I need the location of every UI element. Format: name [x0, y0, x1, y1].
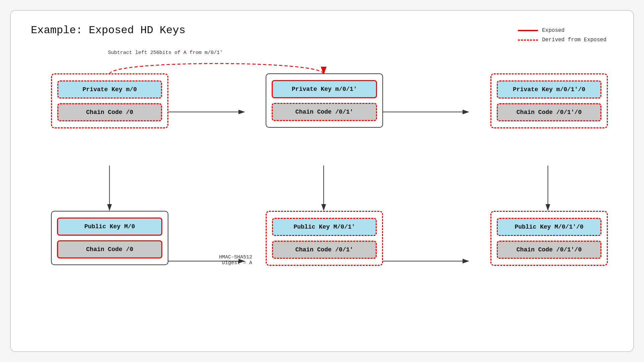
chain-code-m0: Chain Code /0 [57, 103, 162, 121]
node-M01h0: Public Key M/0/1'/0 Chain Code /0/1'/0 [490, 211, 608, 266]
private-key-m01h: Private Key m/0/1' [272, 80, 377, 98]
legend-derived: Derived from Exposed [518, 37, 606, 43]
private-key-m01h0: Private Key m/0/1'/0 [497, 80, 601, 99]
public-key-M01h: Public Key M/0/1' [272, 218, 377, 236]
legend-exposed: Exposed [518, 27, 606, 34]
subtract-annotation: Subtract left 256bits of A from m/0/1' [108, 50, 223, 56]
private-key-m0: Private Key m/0 [57, 80, 162, 99]
main-container: Example: Exposed HD Keys Exposed Derived… [10, 10, 634, 352]
hmac-line2: Digest = A [178, 260, 252, 266]
legend: Exposed Derived from Exposed [518, 27, 606, 43]
hmac-label: HMAC-SHA512 Digest = A [178, 254, 252, 266]
chain-code-M01h0: Chain Code /0/1'/0 [497, 241, 601, 259]
chain-code-m01h0: Chain Code /0/1'/0 [497, 103, 601, 121]
node-M0: Public Key M/0 Chain Code /0 [51, 211, 168, 265]
hmac-line1: HMAC-SHA512 [178, 254, 252, 260]
node-m01h0: Private Key m/0/1'/0 Chain Code /0/1'/0 [490, 73, 608, 128]
exposed-label: Exposed [542, 27, 565, 34]
node-m0: Private Key m/0 Chain Code /0 [51, 73, 168, 128]
public-key-M0: Public Key M/0 [57, 218, 162, 236]
exposed-line-icon [518, 30, 538, 31]
public-key-M01h0: Public Key M/0/1'/0 [497, 218, 601, 236]
derived-line-icon [518, 40, 538, 41]
node-m01h: Private Key m/0/1' Chain Code /0/1' [266, 73, 383, 128]
node-M01h: Public Key M/0/1' Chain Code /0/1' [266, 211, 383, 266]
chain-code-m01h: Chain Code /0/1' [272, 103, 377, 121]
chain-code-M01h: Chain Code /0/1' [272, 241, 377, 259]
diagram: Subtract left 256bits of A from m/0/1' [31, 47, 613, 338]
chain-code-M0: Chain Code /0 [57, 240, 162, 258]
derived-label: Derived from Exposed [542, 37, 606, 43]
